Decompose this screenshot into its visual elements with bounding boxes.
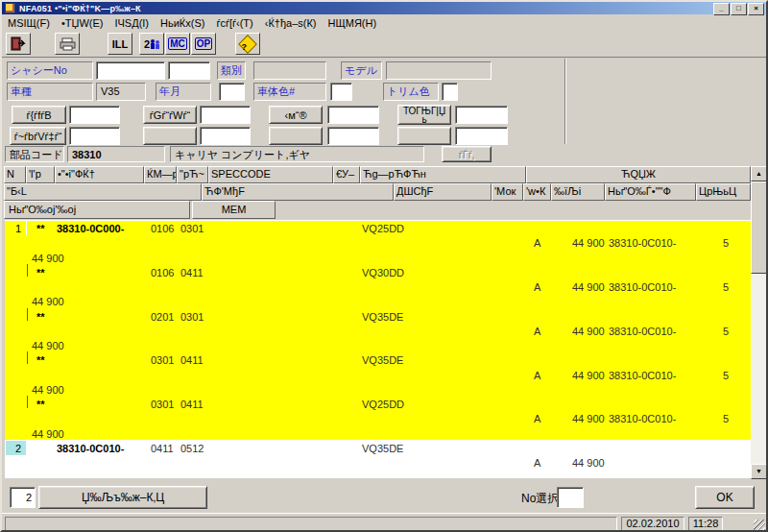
no-select-input[interactable] — [557, 487, 584, 508]
grid-cell: 38310-0C010- — [609, 370, 676, 381]
tree-branch-line — [27, 351, 28, 364]
illustration-button[interactable]: ILL — [108, 33, 132, 55]
trim-color-label: トリム色 — [383, 83, 439, 101]
grid-cell: 5 — [715, 326, 729, 337]
help-button[interactable]: ? — [235, 33, 260, 55]
mc-button[interactable]: MC — [165, 33, 190, 55]
year-month-input[interactable] — [219, 83, 245, 101]
year-month-label: 年月 — [156, 83, 211, 101]
scroll-up-icon[interactable]: ▲ — [751, 166, 767, 181]
body-search-button[interactable]: ѓ{ѓfѓB — [12, 106, 66, 124]
grid-cell: ** — [36, 311, 45, 323]
back-to-initial-screen-button[interactable]: Џ‰Љъ‰ж–К‚Ц — [38, 486, 207, 509]
ok-button[interactable]: OK — [695, 486, 755, 509]
grid-cell: 5 — [715, 237, 729, 249]
grid-cell: 0301 — [180, 311, 204, 323]
grid-cell: 0512 — [180, 443, 204, 454]
grid-cell: A — [534, 413, 540, 424]
grid-cell: 44 900 — [32, 428, 64, 440]
grid-cell: A — [534, 237, 540, 249]
op-button[interactable]: OP — [191, 33, 216, 55]
grid-cell: ** — [36, 354, 45, 366]
blank-input-3[interactable] — [455, 127, 508, 145]
menu-item-5[interactable]: ‹Ќ†ђа–s(К) — [259, 17, 323, 29]
grid-cell: 44 900 — [32, 384, 64, 396]
header-row2-col-2: ДШСђF — [394, 183, 492, 201]
chassis-no-input-1[interactable] — [96, 61, 165, 80]
toolbar: ILL 2 MC OP ? — [2, 30, 766, 58]
header-row1-col-7: Ћg—pЋФЋн — [360, 166, 526, 183]
minimize-button[interactable]: _ — [713, 3, 730, 15]
grid-cell: 0411 — [180, 354, 204, 366]
part-code-label: 部品コード — [5, 146, 64, 162]
maximize-button[interactable]: □ — [731, 3, 747, 15]
mc-icon: MC — [168, 37, 187, 50]
body-color-label: 車体色# — [253, 83, 326, 101]
mission-search-button[interactable]: ѓ~ѓbѓVѓ‡ѓ“ — [10, 127, 66, 145]
other-search-button[interactable]: ТОГЊГ|Џ ь — [397, 105, 451, 125]
grid-cell: 44 900 — [32, 253, 64, 264]
header-row2-col-3: 'Мок — [492, 183, 523, 201]
class-display — [253, 61, 326, 80]
drive-search-input[interactable] — [327, 106, 379, 124]
blank-button-3[interactable] — [397, 127, 451, 145]
parts-grid[interactable]: 1**38310-0C000-01060301VQ25DDA44 9003831… — [5, 220, 751, 478]
drive-search-button[interactable]: ‹м“® — [269, 106, 323, 124]
scrollbar-thumb[interactable] — [751, 181, 767, 274]
close-button[interactable]: × — [748, 3, 764, 15]
blank-input-2[interactable] — [327, 127, 379, 145]
grid-cell: VQ25DD — [362, 223, 404, 234]
body-search-input[interactable] — [69, 106, 120, 124]
grid-cell: 44 900 — [572, 413, 605, 424]
grid-cell: ** — [36, 267, 45, 278]
row-tick — [26, 441, 27, 455]
mission-search-input[interactable] — [69, 127, 120, 145]
menu-item-4[interactable]: ѓcѓ[ѓ‹(Т) — [210, 17, 258, 29]
other-search-input[interactable] — [455, 106, 508, 124]
grid-cell: 5 — [715, 281, 729, 293]
status-message-panel — [5, 517, 617, 531]
title-bar[interactable]: NFA051 •"•i"ФЌ†"K—p‰ж–К _ □ × — [2, 2, 766, 14]
blank-input-1[interactable] — [200, 127, 251, 145]
grid-cell: VQ35DE — [362, 311, 403, 323]
tab-ref-list[interactable]: Ньґ'О‰ој'‰ој — [4, 201, 190, 219]
body-color-input[interactable] — [330, 83, 352, 101]
vertical-scrollbar[interactable]: ▲ ▼ — [751, 166, 767, 479]
engine-search-input[interactable] — [200, 106, 251, 124]
menu-item-6[interactable]: НЩМЯ(Н) — [323, 17, 383, 29]
menu-item-2[interactable]: ІЧЅД(I) — [108, 17, 155, 29]
vehicle-type-label: 車種 — [7, 83, 93, 101]
menu-item-0[interactable]: МЅІЩ(F) — [2, 17, 56, 29]
people-figures-icon — [150, 37, 159, 50]
grid-cell: 38310-0C010- — [609, 326, 676, 337]
exit-button[interactable] — [6, 33, 31, 55]
resize-grip[interactable] — [754, 520, 765, 531]
printer-icon — [60, 37, 76, 51]
grid-cell: ** — [36, 223, 45, 234]
grid-cell: 5 — [715, 370, 729, 381]
memo-button[interactable]: ѓЃѓ‚ — [442, 146, 492, 162]
trim-color-input[interactable] — [442, 83, 458, 101]
tree-branch-line — [27, 396, 28, 408]
status-time: 11:28 — [688, 517, 723, 531]
engine-search-button[interactable]: ѓGѓ“ѓWѓ“ — [143, 106, 197, 124]
model-label: モデル — [341, 61, 382, 80]
grid-cell: 0106 — [151, 267, 174, 278]
class-label: 類別 — [217, 61, 246, 80]
model-display — [386, 61, 492, 80]
scroll-down-icon[interactable]: ▼ — [751, 464, 767, 479]
header-row2-col-1: ЋФ'МђF — [202, 183, 394, 201]
menu-item-1[interactable]: •ТЏW(E) — [56, 17, 109, 29]
chassis-no-input-2[interactable] — [168, 61, 210, 80]
blank-button-2[interactable] — [269, 127, 323, 145]
menu-item-3[interactable]: НьиЌх(S) — [155, 17, 210, 29]
vehicle-type-value: V35 — [96, 83, 146, 101]
applicable-vehicles-button[interactable]: 2 — [139, 33, 164, 55]
tab-mem[interactable]: MEM — [192, 201, 276, 219]
grid-cell: VQ25DD — [362, 399, 404, 410]
grid-cell: 44 900 — [32, 340, 64, 351]
grid-cell: ** — [36, 399, 45, 410]
grid-cell: 44 900 — [572, 237, 605, 249]
blank-button-1[interactable] — [143, 127, 197, 145]
print-button[interactable] — [55, 33, 80, 55]
